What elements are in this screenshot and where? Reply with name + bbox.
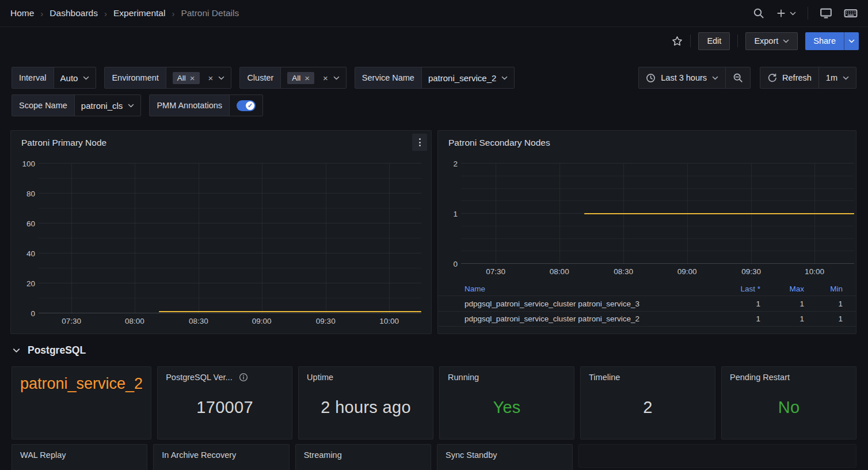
environment-chip-all[interactable]: All × (173, 72, 200, 84)
refresh-button[interactable]: Refresh (760, 67, 818, 88)
gridline (496, 164, 496, 264)
y-tick-label: 0 (31, 309, 35, 318)
legend-header-last[interactable]: Last * (720, 285, 760, 293)
chart-plot-area[interactable] (461, 164, 854, 264)
x-tick-label: 08:00 (125, 317, 144, 325)
pmm-annotations-toggle-wrap: ✓ (229, 95, 262, 116)
x-tick-label: 10:00 (379, 317, 399, 325)
stat-title: Running (448, 373, 479, 382)
y-axis-labels: 012 (441, 164, 458, 264)
new-dashboard-button[interactable] (776, 8, 796, 18)
gridline (135, 164, 135, 313)
breadcrumb-home[interactable]: Home (10, 8, 34, 18)
environment-label: Environment (105, 67, 165, 88)
zoom-out-button[interactable] (725, 67, 750, 88)
legend-header-name[interactable]: Name (465, 285, 720, 293)
edit-button[interactable]: Edit (698, 32, 730, 50)
remove-chip-icon[interactable]: × (190, 74, 195, 82)
refresh-interval-select[interactable]: 1m (818, 67, 856, 88)
monitor-icon[interactable] (820, 7, 832, 20)
stat-title: Sync Standby (446, 450, 497, 460)
stat-title: PostgreSQL Ver... (166, 373, 233, 382)
refresh-group: Refresh 1m (760, 67, 856, 89)
stat-title: Streaming (304, 450, 342, 460)
gridline (461, 176, 854, 176)
breadcrumb-experimental[interactable]: Experimental (113, 8, 165, 18)
pmm-annotations-toggle[interactable]: ✓ (237, 100, 256, 111)
stat-panel-wal-replay: WAL Replay (12, 444, 147, 470)
filters-row-1: Interval Auto Environment All × × Cluste… (12, 67, 856, 89)
time-picker-group: Last 3 hours (638, 67, 751, 89)
gridline (39, 283, 421, 283)
share-button[interactable]: Share (805, 32, 859, 50)
legend-series-name[interactable]: pdpgsql_patroni_service_cluster patroni_… (465, 300, 720, 308)
section-postgresql[interactable]: PostgreSQL (13, 342, 86, 358)
chevron-down-icon (790, 12, 796, 16)
chevron-down-icon (83, 76, 89, 80)
cluster-select[interactable]: All × × (280, 67, 346, 88)
x-tick-label: 09:00 (677, 267, 697, 276)
keyboard-icon[interactable] (844, 6, 858, 20)
environment-select[interactable]: All × × (166, 67, 231, 88)
legend-row: pdpgsql_patroni_service_cluster patroni_… (438, 311, 856, 327)
breadcrumb-dashboards[interactable]: Dashboards (50, 8, 98, 18)
nav-divider (808, 7, 808, 20)
stat-panel-pending-restart: Pending Restart No (721, 366, 856, 439)
stat-panel-timeline: Timeline 2 (580, 366, 715, 439)
y-tick-label: 40 (26, 249, 35, 258)
legend-header-max[interactable]: Max (760, 285, 804, 293)
panel-title[interactable]: Patroni Primary Node (21, 138, 106, 148)
top-nav: Home › Dashboards › Experimental › Patro… (0, 0, 868, 27)
scope-name-select[interactable]: patroni_cls (74, 95, 141, 116)
service-name-select[interactable]: patroni_service_2 (421, 67, 514, 88)
panel-title[interactable]: Patroni Secondary Nodes (448, 138, 550, 148)
y-tick-label: 0 (453, 260, 458, 268)
clear-all-icon[interactable]: × (323, 74, 328, 82)
chevron-down-icon (843, 76, 849, 80)
legend-last-value: 1 (720, 300, 760, 308)
stat-panel-sync-standby: Sync Standby (437, 444, 573, 470)
gridline (461, 188, 854, 189)
stat-panel-service-name: patroni_service_2 (12, 366, 151, 439)
check-icon: ✓ (246, 101, 254, 110)
stat-panel-streaming: Streaming (295, 444, 431, 470)
cluster-chip-all[interactable]: All × (287, 72, 314, 84)
stats-row-1: patroni_service_2 PostgreSQL Ver... 1700… (12, 366, 856, 439)
x-tick-label: 09:00 (252, 317, 272, 325)
cluster-variable: Cluster All × × (239, 67, 346, 89)
stat-value: 170007 (166, 382, 284, 433)
breadcrumb-separator-icon: › (172, 9, 174, 18)
stat-panel-in-archive-recovery: In Archive Recovery (153, 444, 289, 470)
panel-menu-kebab-icon[interactable] (412, 134, 427, 151)
time-range-picker[interactable]: Last 3 hours (639, 67, 725, 88)
gridline (39, 238, 421, 238)
stat-value: 2 hours ago (307, 382, 425, 433)
zoom-out-icon (733, 73, 743, 83)
stat-panel-running: Running Yes (439, 366, 574, 439)
gridline (39, 253, 421, 253)
gridline (461, 200, 854, 201)
legend-series-name[interactable]: pdpgsql_patroni_service_cluster patroni_… (465, 314, 720, 323)
search-icon[interactable] (753, 7, 764, 19)
info-icon[interactable] (239, 373, 248, 382)
export-button[interactable]: Export (745, 32, 798, 50)
interval-select[interactable]: Auto (54, 67, 96, 88)
refresh-icon (767, 73, 777, 83)
environment-variable: Environment All × × (104, 67, 231, 89)
breadcrumb-separator-icon: › (104, 9, 107, 18)
toolbar-divider (690, 35, 691, 47)
chevron-down-icon (712, 76, 718, 80)
breadcrumb-separator-icon: › (40, 9, 43, 18)
breadcrumb: Home › Dashboards › Experimental › Patro… (10, 8, 239, 18)
gridline (326, 164, 326, 313)
share-menu-button[interactable] (844, 32, 859, 50)
remove-chip-icon[interactable]: × (304, 74, 310, 82)
stat-value: 2 (589, 382, 707, 433)
star-icon[interactable] (672, 36, 683, 47)
legend-header-min[interactable]: Min (804, 285, 843, 293)
section-title: PostgreSQL (28, 344, 86, 357)
chart-plot-area[interactable] (39, 164, 421, 313)
clock-icon (646, 73, 656, 83)
x-tick-label: 08:00 (550, 267, 569, 276)
clear-all-icon[interactable]: × (208, 74, 214, 82)
